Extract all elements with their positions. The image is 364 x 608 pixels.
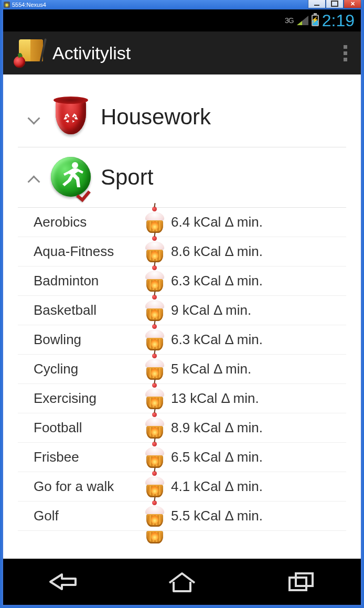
- activity-kcal: 6.5 kCal Δ min.: [166, 449, 263, 465]
- cupcake-icon: [144, 414, 166, 442]
- home-button[interactable]: [143, 566, 221, 598]
- emulator-icon: ◉: [4, 2, 10, 8]
- cupcake-icon: [144, 209, 166, 236]
- activity-kcal: 8.6 kCal Δ min.: [166, 243, 263, 260]
- activity-kcal: 13 kCal Δ min.: [166, 390, 259, 407]
- window-maximize-button[interactable]: [326, 0, 344, 8]
- signal-icon: [297, 16, 308, 25]
- housework-icon: [50, 97, 91, 137]
- window-title: 5554:Nexus4: [12, 2, 46, 8]
- activity-name: Football: [18, 420, 144, 436]
- list-item[interactable]: Aqua-Fitness8.6 kCal Δ min.: [18, 237, 346, 266]
- activity-kcal: 6.3 kCal Δ min.: [166, 273, 263, 289]
- app-icon[interactable]: [14, 38, 43, 68]
- window-close-button[interactable]: [344, 0, 361, 8]
- list-item[interactable]: Football8.9 kCal Δ min.: [18, 413, 346, 443]
- activity-kcal: 6.3 kCal Δ min.: [166, 332, 263, 348]
- activity-name: Go for a walk: [18, 478, 144, 495]
- recent-apps-button[interactable]: [262, 566, 340, 598]
- activity-name: Aqua-Fitness: [18, 243, 144, 260]
- cupcake-icon: [144, 444, 166, 471]
- cupcake-icon: [144, 356, 166, 383]
- chevron-down-icon: [26, 110, 41, 124]
- activity-name: Golf: [18, 508, 144, 524]
- cupcake-icon: [144, 473, 166, 500]
- list-item[interactable]: Badminton6.3 kCal Δ min.: [18, 266, 346, 296]
- list-item[interactable]: Exercising13 kCal Δ min.: [18, 384, 346, 413]
- emulator-window: ◉ 5554:Nexus4 3G ⚡ 2:19 Activitylist: [0, 0, 364, 608]
- cupcake-icon: [144, 503, 166, 530]
- battery-icon: ⚡: [312, 15, 319, 26]
- activity-kcal: 5.5 kCal Δ min.: [166, 508, 263, 524]
- android-nav-bar: [3, 559, 361, 605]
- category-sport[interactable]: Sport: [18, 147, 346, 208]
- activity-kcal: 9 kCal Δ min.: [166, 302, 251, 318]
- category-label: Housework: [101, 104, 211, 130]
- svg-rect-2: [296, 573, 313, 586]
- category-label: Sport: [101, 165, 153, 190]
- cupcake-icon: [144, 385, 166, 412]
- activity-name: Exercising: [18, 390, 144, 407]
- checkmark-icon: [78, 183, 93, 198]
- activity-name: Cycling: [18, 361, 144, 377]
- clock: 2:19: [322, 11, 355, 30]
- cupcake-icon: [144, 531, 166, 546]
- cupcake-icon: [144, 297, 166, 324]
- activity-name: Badminton: [18, 273, 144, 289]
- activity-name: Bowling: [18, 332, 144, 348]
- window-minimize-button[interactable]: [308, 0, 326, 8]
- chevron-up-icon: [26, 170, 41, 185]
- svg-point-0: [72, 162, 78, 168]
- android-status-bar[interactable]: 3G ⚡ 2:19: [3, 9, 361, 31]
- network-indicator: 3G: [285, 16, 294, 25]
- device-screen: 3G ⚡ 2:19 Activitylist: [3, 9, 361, 605]
- list-item-partial[interactable]: [18, 531, 346, 546]
- window-titlebar[interactable]: ◉ 5554:Nexus4: [2, 0, 362, 9]
- overflow-menu-button[interactable]: [340, 42, 350, 65]
- cupcake-icon: [144, 268, 166, 295]
- list-item[interactable]: Bowling6.3 kCal Δ min.: [18, 325, 346, 355]
- svg-rect-1: [290, 578, 306, 590]
- action-bar: Activitylist: [3, 31, 361, 74]
- activity-kcal: 4.1 kCal Δ min.: [166, 478, 263, 495]
- screen-title: Activitylist: [52, 43, 131, 63]
- list-item[interactable]: Go for a walk4.1 kCal Δ min.: [18, 472, 346, 502]
- list-item[interactable]: Basketball9 kCal Δ min.: [18, 296, 346, 325]
- activity-name: Frisbee: [18, 449, 144, 465]
- activity-name: Basketball: [18, 302, 144, 318]
- recycle-icon: [63, 110, 79, 126]
- sport-icon: [50, 157, 91, 198]
- list-item[interactable]: Frisbee6.5 kCal Δ min.: [18, 443, 346, 472]
- list-item[interactable]: Cycling5 kCal Δ min.: [18, 355, 346, 384]
- list-item[interactable]: Aerobics6.4 kCal Δ min.: [18, 208, 346, 237]
- activity-kcal: 8.9 kCal Δ min.: [166, 420, 263, 436]
- category-housework[interactable]: Housework: [18, 87, 346, 147]
- list-item[interactable]: Golf5.5 kCal Δ min.: [18, 502, 346, 531]
- activity-name: Aerobics: [18, 214, 144, 230]
- back-button[interactable]: [24, 566, 102, 598]
- activity-list[interactable]: Housework Sport Aerobics6.4 kCal Δ min.A…: [3, 74, 361, 559]
- activity-kcal: 5 kCal Δ min.: [166, 361, 251, 377]
- cupcake-icon: [144, 238, 166, 265]
- activity-kcal: 6.4 kCal Δ min.: [166, 214, 263, 230]
- cupcake-icon: [144, 326, 166, 354]
